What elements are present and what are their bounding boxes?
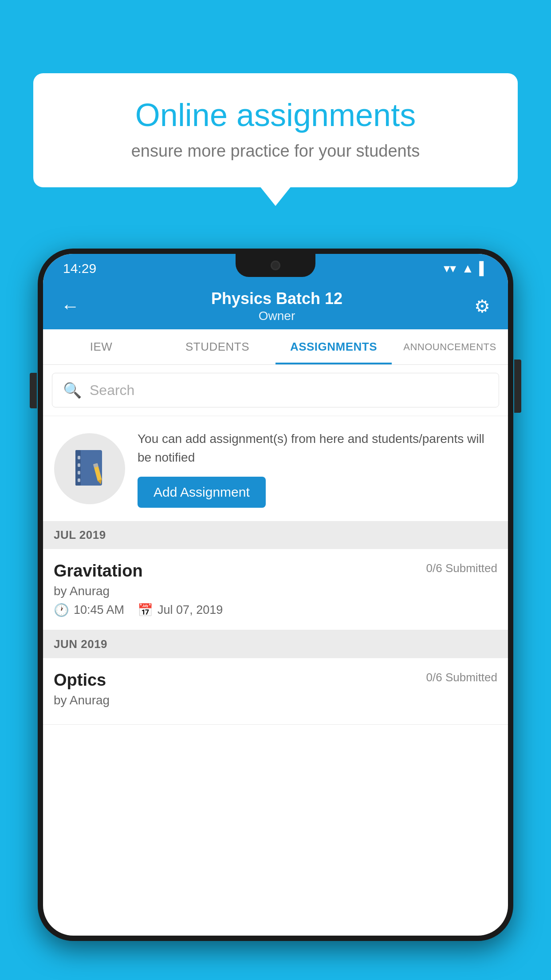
tab-iew-label: IEW: [90, 340, 113, 354]
assignment-item-top-optics: Optics 0/6 Submitted: [54, 671, 497, 690]
back-button[interactable]: ←: [56, 291, 84, 321]
section-header-jun: JUN 2019: [43, 630, 508, 658]
wifi-icon: ▾▾: [444, 261, 456, 276]
assignment-name-optics: Optics: [54, 671, 106, 690]
section-header-jul: JUL 2019: [43, 521, 508, 549]
battery-icon: ▌: [479, 261, 488, 276]
assignment-date-item: 📅 Jul 07, 2019: [138, 603, 223, 617]
assignment-item-top: Gravitation 0/6 Submitted: [54, 561, 497, 581]
tab-students[interactable]: STUDENTS: [159, 329, 276, 364]
table-row[interactable]: Gravitation 0/6 Submitted by Anurag 🕐 10…: [43, 549, 508, 630]
notch: [236, 254, 315, 277]
assignment-time-gravitation: 10:45 AM: [74, 603, 124, 617]
speech-bubble-container: Online assignments ensure more practice …: [33, 73, 518, 187]
notebook-svg-icon: [71, 448, 109, 490]
status-icons: ▾▾ ▲ ▌: [444, 261, 488, 276]
assignment-icon-circle: [54, 433, 125, 504]
add-assignment-section: You can add assignment(s) from here and …: [43, 416, 508, 521]
add-assignment-button[interactable]: Add Assignment: [138, 477, 266, 508]
content-area: 🔍 Search: [43, 365, 508, 725]
tab-students-label: STUDENTS: [185, 340, 249, 354]
search-icon: 🔍: [63, 381, 82, 399]
speech-bubble-subtitle: ensure more practice for your students: [60, 142, 491, 161]
header-title-group: Physics Batch 12 Owner: [211, 289, 342, 323]
assignment-by-optics: by Anurag: [54, 693, 497, 707]
camera: [271, 261, 280, 270]
speech-bubble-title: Online assignments: [60, 98, 491, 133]
tab-assignments-label: ASSIGNMENTS: [290, 340, 377, 354]
search-placeholder-text: Search: [90, 382, 134, 399]
search-bar[interactable]: 🔍 Search: [52, 373, 499, 407]
assignment-submitted-optics: 0/6 Submitted: [426, 671, 497, 684]
assignment-name-gravitation: Gravitation: [54, 561, 143, 581]
assignment-submitted-gravitation: 0/6 Submitted: [426, 561, 497, 575]
search-bar-container: 🔍 Search: [43, 365, 508, 415]
assignment-by-gravitation: by Anurag: [54, 584, 497, 598]
assignment-info-text: You can add assignment(s) from here and …: [138, 430, 497, 467]
svg-rect-4: [78, 471, 80, 474]
status-bar: 14:29 ▾▾ ▲ ▌: [43, 254, 508, 283]
settings-button[interactable]: ⚙: [470, 292, 495, 321]
status-time: 14:29: [63, 261, 96, 276]
clock-icon: 🕐: [54, 603, 69, 617]
svg-rect-2: [78, 456, 80, 459]
tab-announcements-label: ANNOUNCEMENTS: [403, 341, 496, 353]
tabs-bar: IEW STUDENTS ASSIGNMENTS ANNOUNCEMENTS: [43, 329, 508, 365]
svg-rect-5: [78, 478, 80, 482]
tab-iew[interactable]: IEW: [43, 329, 159, 364]
phone-outer: 14:29 ▾▾ ▲ ▌ ← Physics Batch 12 Owner ⚙: [38, 249, 513, 941]
calendar-icon: 📅: [138, 603, 153, 617]
assignment-date-gravitation: Jul 07, 2019: [157, 603, 223, 617]
assignment-meta-gravitation: 🕐 10:45 AM 📅 Jul 07, 2019: [54, 603, 497, 617]
phone-wrapper: 14:29 ▾▾ ▲ ▌ ← Physics Batch 12 Owner ⚙: [38, 249, 513, 980]
header-subtitle: Owner: [211, 309, 342, 323]
svg-rect-3: [78, 463, 80, 467]
header-title: Physics Batch 12: [211, 289, 342, 308]
assignment-info: You can add assignment(s) from here and …: [138, 430, 497, 508]
app-header: ← Physics Batch 12 Owner ⚙: [43, 283, 508, 329]
assignment-time-item: 🕐 10:45 AM: [54, 603, 124, 617]
phone-screen: 14:29 ▾▾ ▲ ▌ ← Physics Batch 12 Owner ⚙: [43, 254, 508, 936]
speech-bubble: Online assignments ensure more practice …: [33, 73, 518, 187]
signal-icon: ▲: [461, 261, 474, 276]
tab-assignments[interactable]: ASSIGNMENTS: [276, 329, 392, 364]
table-row[interactable]: Optics 0/6 Submitted by Anurag: [43, 658, 508, 725]
tab-announcements[interactable]: ANNOUNCEMENTS: [392, 329, 508, 364]
